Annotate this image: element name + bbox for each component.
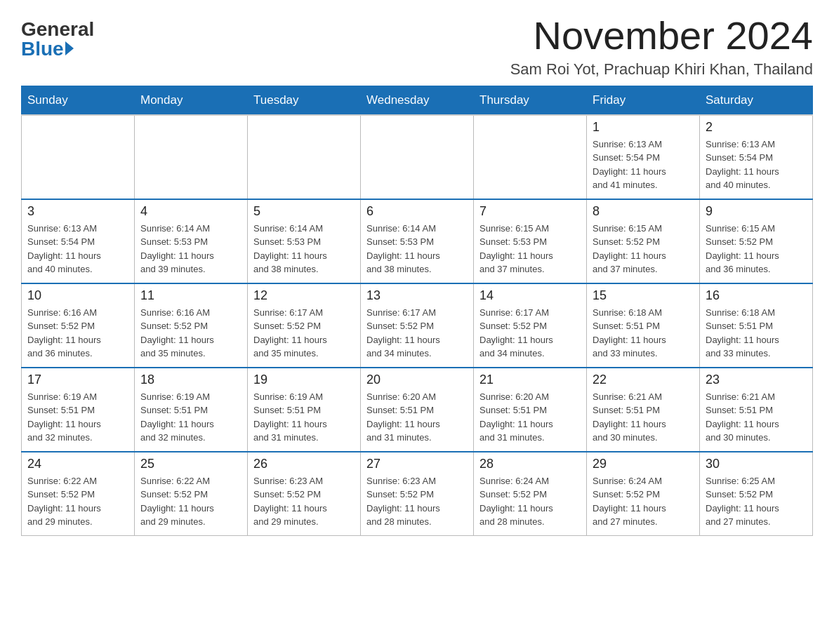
logo: General Blue <box>21 14 94 59</box>
calendar-cell: 17Sunrise: 6:19 AM Sunset: 5:51 PM Dayli… <box>22 368 135 452</box>
day-number: 11 <box>140 288 241 303</box>
calendar-cell: 28Sunrise: 6:24 AM Sunset: 5:52 PM Dayli… <box>474 452 587 536</box>
day-number: 9 <box>706 204 807 219</box>
day-number: 18 <box>140 373 241 387</box>
day-number: 3 <box>27 204 128 219</box>
calendar-cell: 23Sunrise: 6:21 AM Sunset: 5:51 PM Dayli… <box>700 368 813 452</box>
calendar-cell: 2Sunrise: 6:13 AM Sunset: 5:54 PM Daylig… <box>700 115 813 199</box>
day-info: Sunrise: 6:16 AM Sunset: 5:52 PM Dayligh… <box>27 306 128 361</box>
day-number: 22 <box>593 373 694 387</box>
day-number: 28 <box>479 457 581 471</box>
day-info: Sunrise: 6:17 AM Sunset: 5:52 PM Dayligh… <box>366 306 468 361</box>
day-info: Sunrise: 6:13 AM Sunset: 5:54 PM Dayligh… <box>706 137 807 192</box>
calendar-cell: 13Sunrise: 6:17 AM Sunset: 5:52 PM Dayli… <box>361 283 474 368</box>
calendar-cell: 11Sunrise: 6:16 AM Sunset: 5:52 PM Dayli… <box>135 283 248 368</box>
calendar-cell: 14Sunrise: 6:17 AM Sunset: 5:52 PM Dayli… <box>474 283 587 368</box>
day-info: Sunrise: 6:22 AM Sunset: 5:52 PM Dayligh… <box>140 474 241 529</box>
col-wednesday: Wednesday <box>361 86 474 115</box>
calendar-week-row: 1Sunrise: 6:13 AM Sunset: 5:54 PM Daylig… <box>22 115 813 199</box>
calendar-header-row: Sunday Monday Tuesday Wednesday Thursday… <box>22 86 813 115</box>
day-number: 16 <box>706 288 807 303</box>
day-number: 30 <box>706 457 807 471</box>
day-info: Sunrise: 6:20 AM Sunset: 5:51 PM Dayligh… <box>366 390 468 445</box>
day-info: Sunrise: 6:15 AM Sunset: 5:53 PM Dayligh… <box>479 222 581 276</box>
day-info: Sunrise: 6:24 AM Sunset: 5:52 PM Dayligh… <box>593 474 694 529</box>
calendar-cell: 26Sunrise: 6:23 AM Sunset: 5:52 PM Dayli… <box>248 452 361 536</box>
day-info: Sunrise: 6:17 AM Sunset: 5:52 PM Dayligh… <box>253 306 355 361</box>
day-info: Sunrise: 6:23 AM Sunset: 5:52 PM Dayligh… <box>253 474 355 529</box>
logo-blue-text: Blue <box>21 39 74 59</box>
calendar-cell <box>135 115 248 199</box>
day-number: 29 <box>593 457 694 471</box>
day-number: 27 <box>366 457 468 471</box>
calendar-cell <box>22 115 135 199</box>
day-number: 13 <box>366 288 468 303</box>
calendar-week-row: 17Sunrise: 6:19 AM Sunset: 5:51 PM Dayli… <box>22 368 813 452</box>
col-sunday: Sunday <box>22 86 135 115</box>
day-info: Sunrise: 6:23 AM Sunset: 5:52 PM Dayligh… <box>366 474 468 529</box>
day-info: Sunrise: 6:21 AM Sunset: 5:51 PM Dayligh… <box>706 390 807 445</box>
day-number: 4 <box>140 204 241 219</box>
logo-general-text: General <box>21 20 94 39</box>
month-title: November 2024 <box>510 14 813 58</box>
day-info: Sunrise: 6:19 AM Sunset: 5:51 PM Dayligh… <box>253 390 355 445</box>
calendar-week-row: 24Sunrise: 6:22 AM Sunset: 5:52 PM Dayli… <box>22 452 813 536</box>
calendar-cell: 22Sunrise: 6:21 AM Sunset: 5:51 PM Dayli… <box>587 368 700 452</box>
logo-arrow-icon <box>65 41 74 55</box>
location-title: Sam Roi Yot, Prachuap Khiri Khan, Thaila… <box>510 60 813 79</box>
day-info: Sunrise: 6:20 AM Sunset: 5:51 PM Dayligh… <box>479 390 581 445</box>
calendar-cell: 8Sunrise: 6:15 AM Sunset: 5:52 PM Daylig… <box>587 199 700 283</box>
col-thursday: Thursday <box>474 86 587 115</box>
calendar-week-row: 10Sunrise: 6:16 AM Sunset: 5:52 PM Dayli… <box>22 283 813 368</box>
day-info: Sunrise: 6:13 AM Sunset: 5:54 PM Dayligh… <box>27 222 128 276</box>
calendar-cell: 9Sunrise: 6:15 AM Sunset: 5:52 PM Daylig… <box>700 199 813 283</box>
day-number: 23 <box>706 373 807 387</box>
calendar-cell: 29Sunrise: 6:24 AM Sunset: 5:52 PM Dayli… <box>587 452 700 536</box>
day-number: 5 <box>253 204 355 219</box>
col-friday: Friday <box>587 86 700 115</box>
day-number: 10 <box>27 288 128 303</box>
calendar-cell: 5Sunrise: 6:14 AM Sunset: 5:53 PM Daylig… <box>248 199 361 283</box>
day-info: Sunrise: 6:25 AM Sunset: 5:52 PM Dayligh… <box>706 474 807 529</box>
day-info: Sunrise: 6:18 AM Sunset: 5:51 PM Dayligh… <box>593 306 694 361</box>
calendar-cell <box>474 115 587 199</box>
calendar-cell: 4Sunrise: 6:14 AM Sunset: 5:53 PM Daylig… <box>135 199 248 283</box>
day-number: 19 <box>253 373 355 387</box>
calendar-cell: 15Sunrise: 6:18 AM Sunset: 5:51 PM Dayli… <box>587 283 700 368</box>
header: General Blue November 2024 Sam Roi Yot, … <box>21 14 813 79</box>
day-number: 6 <box>366 204 468 219</box>
day-number: 2 <box>706 120 807 135</box>
calendar-cell: 20Sunrise: 6:20 AM Sunset: 5:51 PM Dayli… <box>361 368 474 452</box>
day-number: 14 <box>479 288 581 303</box>
calendar-cell: 18Sunrise: 6:19 AM Sunset: 5:51 PM Dayli… <box>135 368 248 452</box>
calendar-cell: 16Sunrise: 6:18 AM Sunset: 5:51 PM Dayli… <box>700 283 813 368</box>
calendar-cell: 12Sunrise: 6:17 AM Sunset: 5:52 PM Dayli… <box>248 283 361 368</box>
day-number: 25 <box>140 457 241 471</box>
calendar-cell: 19Sunrise: 6:19 AM Sunset: 5:51 PM Dayli… <box>248 368 361 452</box>
day-info: Sunrise: 6:16 AM Sunset: 5:52 PM Dayligh… <box>140 306 241 361</box>
calendar-cell: 27Sunrise: 6:23 AM Sunset: 5:52 PM Dayli… <box>361 452 474 536</box>
day-info: Sunrise: 6:21 AM Sunset: 5:51 PM Dayligh… <box>593 390 694 445</box>
day-number: 17 <box>27 373 128 387</box>
calendar-cell: 25Sunrise: 6:22 AM Sunset: 5:52 PM Dayli… <box>135 452 248 536</box>
calendar-table: Sunday Monday Tuesday Wednesday Thursday… <box>21 86 813 537</box>
day-number: 21 <box>479 373 581 387</box>
day-info: Sunrise: 6:15 AM Sunset: 5:52 PM Dayligh… <box>593 222 694 276</box>
title-area: November 2024 Sam Roi Yot, Prachuap Khir… <box>510 14 813 79</box>
day-info: Sunrise: 6:17 AM Sunset: 5:52 PM Dayligh… <box>479 306 581 361</box>
day-info: Sunrise: 6:14 AM Sunset: 5:53 PM Dayligh… <box>140 222 241 276</box>
day-number: 15 <box>593 288 694 303</box>
calendar-cell: 30Sunrise: 6:25 AM Sunset: 5:52 PM Dayli… <box>700 452 813 536</box>
day-number: 12 <box>253 288 355 303</box>
day-info: Sunrise: 6:13 AM Sunset: 5:54 PM Dayligh… <box>593 137 694 192</box>
calendar-cell <box>361 115 474 199</box>
col-saturday: Saturday <box>700 86 813 115</box>
calendar-cell: 7Sunrise: 6:15 AM Sunset: 5:53 PM Daylig… <box>474 199 587 283</box>
calendar-cell: 6Sunrise: 6:14 AM Sunset: 5:53 PM Daylig… <box>361 199 474 283</box>
calendar-week-row: 3Sunrise: 6:13 AM Sunset: 5:54 PM Daylig… <box>22 199 813 283</box>
calendar-cell: 3Sunrise: 6:13 AM Sunset: 5:54 PM Daylig… <box>22 199 135 283</box>
day-number: 8 <box>593 204 694 219</box>
col-monday: Monday <box>135 86 248 115</box>
day-info: Sunrise: 6:14 AM Sunset: 5:53 PM Dayligh… <box>366 222 468 276</box>
calendar-cell: 10Sunrise: 6:16 AM Sunset: 5:52 PM Dayli… <box>22 283 135 368</box>
